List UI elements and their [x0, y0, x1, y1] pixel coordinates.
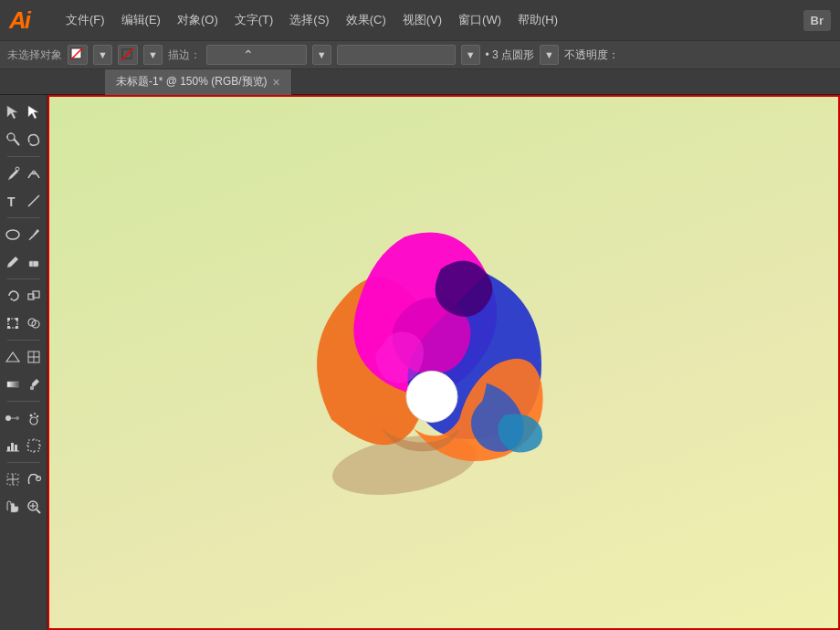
scale-tool[interactable]	[25, 284, 44, 308]
svg-rect-19	[16, 318, 18, 320]
paintbrush-tool[interactable]	[25, 223, 44, 247]
svg-rect-38	[15, 445, 17, 451]
svg-point-12	[6, 230, 19, 239]
lasso-tool[interactable]	[25, 128, 44, 152]
menu-window[interactable]: 窗口(W)	[451, 8, 509, 32]
gradient-tool[interactable]	[4, 373, 23, 396]
line-tool[interactable]	[25, 189, 44, 213]
free-transform-tool[interactable]	[4, 311, 23, 335]
stroke-dropdown[interactable]: ▼	[143, 45, 163, 65]
tab-bar: 未标题-1* @ 150% (RGB/预览) ×	[0, 69, 840, 95]
pencil-tool[interactable]	[4, 250, 23, 274]
zoom-tool[interactable]	[25, 495, 44, 519]
tool-row-4: T	[0, 187, 47, 215]
svg-text:T: T	[7, 194, 16, 209]
stroke-value-input[interactable]: ⌃	[206, 45, 307, 65]
magic-wand-tool[interactable]	[4, 128, 23, 152]
options-bar: 未选择对象 ▼ ▼ 描边： ⌃ ▼ ▼ • 3 点圆形 ▼ 不透明度：	[0, 40, 840, 69]
hand-tool[interactable]	[4, 495, 23, 519]
tool-row-13	[0, 466, 47, 493]
canvas-area[interactable]	[47, 95, 840, 630]
separator-4	[7, 340, 40, 341]
artboard-tool[interactable]	[25, 434, 44, 457]
type-tool[interactable]: T	[4, 189, 23, 213]
tool-row-14	[0, 493, 47, 520]
tool-row-7	[0, 282, 47, 310]
separator-1	[7, 156, 40, 157]
fill-swatch[interactable]	[68, 45, 88, 65]
menu-type[interactable]: 文字(T)	[227, 8, 281, 32]
tool-row-1	[0, 99, 47, 126]
curvature-tool[interactable]	[25, 162, 44, 185]
document-tab[interactable]: 未标题-1* @ 150% (RGB/预览) ×	[105, 69, 292, 95]
slice-tool[interactable]	[4, 467, 23, 491]
svg-point-33	[29, 415, 32, 417]
anchor-point-tool[interactable]	[25, 467, 44, 491]
perspective-tool[interactable]	[4, 345, 23, 369]
main-area: T	[0, 95, 840, 630]
opacity-label: 不透明度：	[564, 47, 619, 63]
tab-title: 未标题-1* @ 150% (RGB/预览)	[116, 74, 268, 89]
separator-6	[7, 462, 40, 463]
menu-select[interactable]: 选择(S)	[282, 8, 336, 32]
svg-rect-21	[16, 326, 18, 329]
tool-row-2	[0, 126, 47, 153]
tool-row-11	[0, 404, 47, 432]
tool-row-8	[0, 310, 47, 337]
svg-rect-13	[29, 261, 38, 267]
stroke-style-dropdown[interactable]: ▼	[312, 45, 331, 65]
rotate-tool[interactable]	[4, 284, 23, 308]
separator-5	[7, 401, 40, 402]
object-label: 未选择对象	[7, 47, 62, 63]
svg-point-5	[7, 133, 15, 141]
stroke-dash-box[interactable]	[337, 45, 456, 65]
mesh-tool[interactable]	[25, 345, 44, 369]
title-bar: Ai 文件(F) 编辑(E) 对象(O) 文字(T) 选择(S) 效果(C) 视…	[0, 0, 840, 40]
tool-row-12	[0, 432, 47, 459]
dot-dropdown[interactable]: ▼	[540, 45, 559, 65]
svg-point-32	[30, 417, 37, 425]
dot-value-label: • 3 点圆形	[486, 47, 535, 63]
menu-file[interactable]: 文件(F)	[58, 8, 112, 32]
tool-row-10	[0, 371, 47, 398]
blend-tool[interactable]	[4, 406, 23, 430]
menu-bar: 文件(F) 编辑(E) 对象(O) 文字(T) 选择(S) 效果(C) 视图(V…	[58, 8, 787, 32]
svg-rect-36	[7, 446, 10, 451]
fill-dropdown[interactable]: ▼	[93, 45, 112, 65]
svg-rect-27	[7, 382, 18, 387]
artwork-svg	[240, 182, 569, 529]
separator-3	[7, 278, 40, 279]
selection-tool[interactable]	[4, 100, 23, 124]
tool-row-6	[0, 248, 47, 276]
direct-selection-tool[interactable]	[25, 100, 44, 124]
toolbar: T	[0, 95, 47, 630]
menu-object[interactable]: 对象(O)	[170, 8, 226, 32]
svg-rect-40	[28, 440, 39, 451]
eyedropper-tool[interactable]	[25, 373, 44, 396]
menu-effect[interactable]: 效果(C)	[339, 8, 394, 32]
svg-rect-28	[30, 386, 34, 390]
svg-line-4	[14, 139, 19, 145]
tool-row-5	[0, 221, 47, 248]
svg-point-35	[37, 415, 38, 417]
svg-line-11	[28, 195, 39, 206]
svg-point-8	[16, 167, 19, 171]
menu-help[interactable]: 帮助(H)	[510, 8, 565, 32]
bridge-button[interactable]: Br	[803, 10, 831, 31]
pen-tool[interactable]	[4, 162, 23, 185]
stroke-swatch[interactable]	[118, 45, 138, 65]
column-graph-tool[interactable]	[4, 434, 23, 457]
tab-close-button[interactable]: ×	[273, 76, 280, 89]
tool-row-3	[0, 160, 47, 187]
svg-point-29	[5, 415, 11, 421]
separator-2	[7, 217, 40, 218]
menu-edit[interactable]: 编辑(E)	[114, 8, 168, 32]
symbol-sprayer-tool[interactable]	[25, 406, 44, 430]
ellipse-tool[interactable]	[4, 223, 23, 247]
shape-builder-tool[interactable]	[25, 311, 44, 335]
svg-point-34	[34, 413, 36, 415]
svg-point-30	[16, 416, 19, 420]
eraser-tool[interactable]	[25, 250, 44, 274]
stroke-end-dropdown[interactable]: ▼	[461, 45, 480, 65]
menu-view[interactable]: 视图(V)	[395, 8, 449, 32]
